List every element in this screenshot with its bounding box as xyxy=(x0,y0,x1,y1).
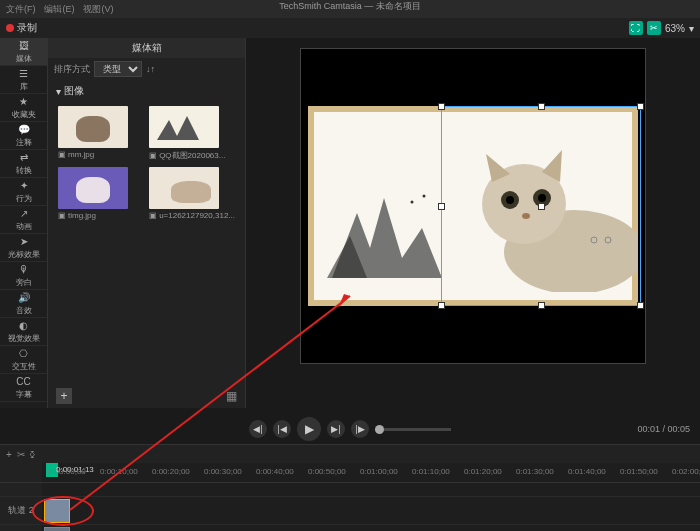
resize-handle[interactable] xyxy=(538,302,545,309)
playback-bar: ◀| |◀ ▶ ▶| |▶ 00:01 / 00:05 xyxy=(0,414,700,444)
media-grid: mm.jpg QQ截图2020063... timg.jpg u=1262127… xyxy=(48,102,245,224)
crop-icon[interactable]: ✂ xyxy=(647,21,661,35)
track-label[interactable]: 轨道 1 xyxy=(0,525,42,531)
svg-point-1 xyxy=(423,195,426,198)
sidebar-item-narration[interactable]: 🎙旁白 xyxy=(0,262,47,290)
media-thumb[interactable]: u=1262127920,312... xyxy=(149,167,235,220)
thumb-name: timg.jpg xyxy=(58,211,143,220)
next-frame-button[interactable]: |▶ xyxy=(351,420,369,438)
view-mode-icon[interactable]: ▦ xyxy=(226,389,237,403)
media-icon: 🖼 xyxy=(18,40,30,52)
media-thumb[interactable]: timg.jpg xyxy=(58,167,143,220)
selection-box[interactable] xyxy=(441,106,641,306)
slider-handle[interactable] xyxy=(375,425,384,434)
resize-handle[interactable] xyxy=(637,103,644,110)
behavior-icon: ✦ xyxy=(18,180,30,192)
app-title: TechSmith Camtasia — 未命名项目 xyxy=(279,0,421,13)
track-row[interactable] xyxy=(42,525,700,531)
resize-handle[interactable] xyxy=(438,203,445,210)
svg-point-0 xyxy=(411,201,414,204)
timeline-cut-icon[interactable]: ✂ xyxy=(17,449,25,460)
prev-frame-button[interactable]: ◀| xyxy=(249,420,267,438)
fit-icon[interactable]: ⛶ xyxy=(629,21,643,35)
animation-icon: ↗ xyxy=(18,208,30,220)
timeline-magnet-icon[interactable]: ⧲ xyxy=(30,449,35,460)
cc-icon: CC xyxy=(18,376,30,388)
media-thumb[interactable]: QQ截图2020063... xyxy=(149,106,235,161)
record-button[interactable]: 录制 xyxy=(6,21,37,35)
library-icon: ☰ xyxy=(18,68,30,80)
chevron-down-icon[interactable]: ▾ xyxy=(689,23,694,34)
sidebar-item-audio[interactable]: 🔊音效 xyxy=(0,290,47,318)
thumb-name: mm.jpg xyxy=(58,150,143,159)
timeline-add-icon[interactable]: + xyxy=(6,449,12,460)
timeline-ruler[interactable]: 0:00:01;13 0:00:00;00 0:00:10;00 0:00:20… xyxy=(0,463,700,483)
transition-icon: ⇄ xyxy=(18,152,30,164)
mic-icon: 🎙 xyxy=(18,264,30,276)
media-panel: 媒体箱 排序方式 类型 ↓↑ ▾图像 mm.jpg QQ截图2020063...… xyxy=(48,38,246,408)
folder-header[interactable]: ▾图像 xyxy=(48,80,245,102)
callout-icon: 💬 xyxy=(18,124,30,136)
visual-icon: ◐ xyxy=(18,320,30,332)
track-label[interactable]: 轨道 2 xyxy=(0,497,42,525)
sidebar-item-favorites[interactable]: ★收藏夹 xyxy=(0,94,47,122)
preview-canvas[interactable] xyxy=(300,48,646,364)
tool-sidebar: 🖼媒体 ☰库 ★收藏夹 💬注释 ⇄转换 ✦行为 ↗动画 ➤光标效果 🎙旁白 🔊音… xyxy=(0,38,48,408)
sidebar-item-annotations[interactable]: 💬注释 xyxy=(0,122,47,150)
mountain-image xyxy=(322,178,452,288)
play-button[interactable]: ▶ xyxy=(297,417,321,441)
canvas-frame xyxy=(308,106,638,306)
zoom-controls: ⛶ ✂ 63% ▾ xyxy=(629,21,694,35)
timeline: + ✂ ⧲ 0:00:01;13 0:00:00;00 0:00:10;00 0… xyxy=(0,444,700,531)
sidebar-item-library[interactable]: ☰库 xyxy=(0,66,47,94)
preview-panel xyxy=(246,38,700,408)
sidebar-item-captions[interactable]: CC字幕 xyxy=(0,374,47,402)
sort-label: 排序方式 xyxy=(54,63,90,76)
zoom-slider[interactable] xyxy=(375,428,451,431)
sidebar-item-animations[interactable]: ↗动画 xyxy=(0,206,47,234)
thumb-name: QQ截图2020063... xyxy=(149,150,235,161)
sidebar-item-interactive[interactable]: ⎔交互性 xyxy=(0,346,47,374)
interactive-icon: ⎔ xyxy=(18,348,30,360)
thumb-name: u=1262127920,312... xyxy=(149,211,235,220)
cursor-icon: ➤ xyxy=(18,236,30,248)
sort-select[interactable]: 类型 xyxy=(94,61,142,77)
sidebar-item-media[interactable]: 🖼媒体 xyxy=(0,38,47,66)
zoom-level: 63% xyxy=(665,23,685,34)
resize-handle[interactable] xyxy=(538,203,545,210)
record-label: 录制 xyxy=(17,21,37,35)
timeline-toolbar: + ✂ ⧲ xyxy=(0,445,700,463)
timeline-clip[interactable] xyxy=(44,527,70,531)
resize-handle[interactable] xyxy=(438,302,445,309)
star-icon: ★ xyxy=(18,96,30,108)
sidebar-item-visual[interactable]: ◐视觉效果 xyxy=(0,318,47,346)
resize-handle[interactable] xyxy=(438,103,445,110)
track-row[interactable] xyxy=(42,497,700,525)
resize-handle[interactable] xyxy=(637,302,644,309)
resize-handle[interactable] xyxy=(538,103,545,110)
record-icon xyxy=(6,24,14,32)
sidebar-item-cursor[interactable]: ➤光标效果 xyxy=(0,234,47,262)
audio-icon: 🔊 xyxy=(18,292,30,304)
chevron-down-icon: ▾ xyxy=(56,86,61,97)
media-thumb[interactable]: mm.jpg xyxy=(58,106,143,161)
step-fwd-button[interactable]: ▶| xyxy=(327,420,345,438)
sidebar-item-behaviors[interactable]: ✦行为 xyxy=(0,178,47,206)
sort-order-icon[interactable]: ↓↑ xyxy=(146,64,155,74)
step-back-button[interactable]: |◀ xyxy=(273,420,291,438)
timeline-clip[interactable] xyxy=(44,499,70,523)
time-display: 00:01 / 00:05 xyxy=(637,424,690,434)
media-panel-title: 媒体箱 xyxy=(48,38,245,58)
sidebar-item-transitions[interactable]: ⇄转换 xyxy=(0,150,47,178)
menu-item[interactable]: 文件(F) 编辑(E) 视图(V) xyxy=(6,3,123,16)
add-media-button[interactable]: + xyxy=(56,388,72,404)
menu-bar[interactable]: 文件(F) 编辑(E) 视图(V) TechSmith Camtasia — 未… xyxy=(0,0,700,18)
sort-row: 排序方式 类型 ↓↑ xyxy=(48,58,245,80)
top-toolbar: 录制 ⛶ ✂ 63% ▾ xyxy=(0,18,700,38)
